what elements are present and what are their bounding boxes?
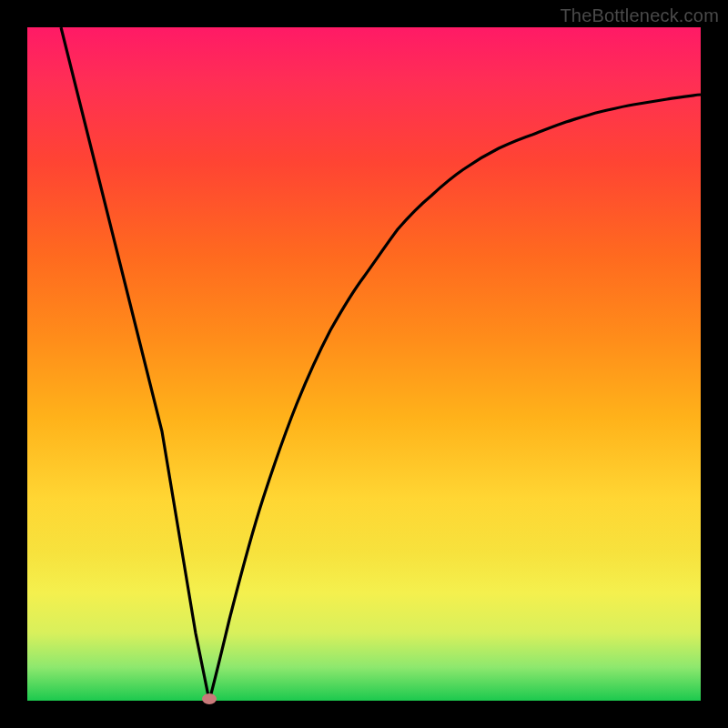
bottleneck-curve bbox=[27, 27, 701, 701]
curve-path bbox=[61, 27, 701, 701]
plot-area bbox=[27, 27, 701, 701]
attribution-text: TheBottleneck.com bbox=[560, 5, 719, 26]
minimum-marker bbox=[202, 693, 217, 704]
chart-container: TheBottleneck.com bbox=[0, 0, 728, 728]
